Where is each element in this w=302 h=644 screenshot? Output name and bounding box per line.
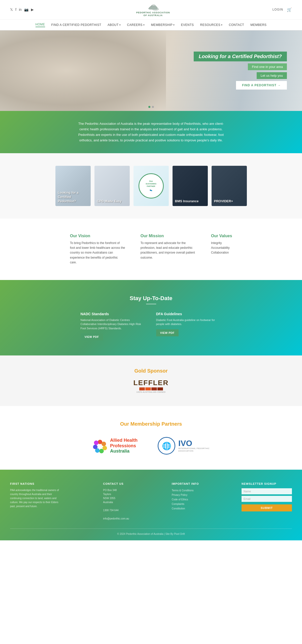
vision-title: Our Vision: [70, 234, 125, 238]
hero-subtitle-2: Let us help you: [257, 72, 287, 79]
card-cpd[interactable]: CPD Made Easy: [94, 166, 130, 206]
nav-item-events[interactable]: EVENTS: [181, 23, 194, 27]
dfa-title: DFA Guidelines: [156, 312, 222, 316]
nav-item-membership[interactable]: MEMBERSHIP▾: [151, 23, 175, 27]
vision-col: Our Vision To bring Pedorthics to the fo…: [70, 234, 125, 265]
important-title: IMPORTANT INFO: [172, 482, 199, 485]
partners-heading: Our Membership Partners: [10, 421, 292, 427]
constitution-link[interactable]: Constitution: [172, 506, 199, 511]
nav-item-members[interactable]: MEMBERS: [250, 23, 266, 27]
dfa-pdf-button[interactable]: VIEW PDF: [156, 329, 179, 336]
hero-content: Looking for a Certified Pedorthist? Find…: [194, 52, 302, 90]
privacy-link[interactable]: Privacy Policy: [172, 493, 199, 497]
instagram-icon[interactable]: 📷: [24, 8, 28, 12]
login-button[interactable]: LOGIN: [273, 8, 283, 11]
paa-circle-container: PAA SUSTAINING PARTNER 👟: [133, 166, 169, 206]
social-icons: 𝕏 f in 📷 ▶: [10, 8, 34, 12]
footer-top: FIRST NATIONS PAA acknowledges the tradi…: [10, 482, 292, 521]
card-provider[interactable]: PROVIDER+: [212, 166, 247, 206]
ivo-globe-icon: 🌐: [158, 437, 175, 455]
nadc-text: National Association of Diabetic Centres…: [81, 318, 146, 331]
ahpa-text: Allied Health Professions Australia: [110, 438, 138, 454]
card-paa-partner[interactable]: PAA SUSTAINING PARTNER 👟: [133, 166, 169, 206]
find-pedorthist-button[interactable]: FIND A PEDORTHIST →: [236, 81, 287, 90]
nadc-title: NADC Standards: [81, 312, 146, 316]
top-right: LOGIN 🛒: [273, 7, 292, 12]
card-find-pedorthist[interactable]: Looking for a Certified Pedorthist?: [55, 166, 91, 206]
top-bar: 𝕏 f in 📷 ▶ PEDORTHIC ASSOCIATION OF AUST…: [0, 0, 302, 20]
values-item-1: Integrity: [211, 241, 232, 246]
nadc-pdf-button[interactable]: VIEW PDF: [81, 333, 103, 340]
hero-section: Looking for a Certified Pedorthist? Find…: [0, 30, 302, 111]
hero-title: Looking for a Certified Pedorthist?: [194, 52, 287, 61]
paa-circle-label: PAA SUSTAINING PARTNER 👟: [146, 180, 156, 191]
newsletter-name-input[interactable]: [242, 488, 292, 494]
youtube-icon[interactable]: ▶: [31, 8, 34, 12]
ivo-logo: 🌐 IVO INTERNATIONAL PEDORTHICASSOCIATION: [158, 437, 210, 455]
svg-point-8: [98, 444, 102, 448]
values-item-2: Accountability: [211, 246, 232, 250]
nav-item-find[interactable]: FIND A CERTIFIED PEDORTHIST: [51, 23, 101, 27]
stay-heading: Stay Up-To-Date: [10, 295, 292, 302]
cards-section: Looking for a Certified Pedorthist? CPD …: [0, 153, 302, 219]
nav-item-resources[interactable]: RESOURCES▾: [200, 23, 223, 27]
hero-dot-1[interactable]: [148, 106, 150, 108]
values-col: Our Values Integrity Accountability Coll…: [211, 234, 232, 265]
facebook-icon[interactable]: f: [15, 8, 16, 12]
nav-item-about[interactable]: ABOUT▾: [108, 23, 121, 27]
svg-point-6: [93, 445, 97, 449]
ahpa-logo: Allied Health Professions Australia: [92, 438, 138, 454]
hero-subtitle-1: Find one in your area: [248, 63, 287, 70]
about-text: The Pedorthic Association of Australia i…: [76, 121, 227, 143]
newsletter-submit-button[interactable]: SUBMIT: [242, 504, 292, 511]
copyright-text: © 2024 Pedorthic Association of Australi…: [117, 533, 185, 535]
nav-item-home[interactable]: HOME: [36, 23, 45, 27]
hero-dot-2[interactable]: [152, 106, 154, 108]
contact-email[interactable]: info@pedorthic.com.au: [103, 516, 129, 521]
first-nations-title: FIRST NATIONS: [10, 482, 60, 485]
leffler-block-3: [151, 387, 157, 390]
card-label: CPD Made Easy: [94, 197, 124, 206]
ahpa-line1: Allied Health: [110, 438, 138, 443]
leffler-block-1: [139, 387, 145, 390]
main-nav: HOME FIND A CERTIFIED PEDORTHIST ABOUT▾ …: [0, 20, 302, 30]
cart-icon[interactable]: 🛒: [287, 7, 292, 12]
nav-item-contact[interactable]: CONTACT: [229, 23, 244, 27]
mission-text: To represent and advocate for the profes…: [141, 241, 196, 260]
hero-dots: [148, 106, 154, 108]
ivo-abbr: IVO: [178, 439, 210, 447]
logo[interactable]: PEDORTHIC ASSOCIATION OF AUSTRALIA: [136, 3, 170, 17]
complaints-link[interactable]: Complaints: [172, 502, 199, 506]
ahpa-line3: Australia: [110, 449, 138, 454]
partners-logos: Allied Health Professions Australia 🌐 IV…: [10, 437, 292, 455]
svg-point-7: [94, 440, 98, 445]
contact-title: CONTACT US: [103, 482, 129, 485]
terms-link[interactable]: Terms & Conditions: [172, 488, 199, 493]
card-label: BMS Insurance: [173, 197, 201, 206]
vision-mission-values-section: Our Vision To bring Pedorthics to the fo…: [0, 219, 302, 280]
footer-bottom: © 2024 Pedorthic Association of Australi…: [10, 529, 292, 535]
leffler-color-blocks: [133, 387, 169, 390]
stay-card-dfa: DFA Guidelines Diabetic Foot Australia g…: [156, 312, 222, 341]
nav-item-careers[interactable]: CAREERS▾: [127, 23, 145, 27]
dfa-text: Diabetic Foot Australia guideline on foo…: [156, 318, 222, 326]
mission-col: Our Mission To represent and advocate fo…: [141, 234, 196, 265]
stay-cards: NADC Standards National Association of D…: [10, 312, 292, 341]
logo-text: PEDORTHIC ASSOCIATION OF AUSTRALIA: [136, 11, 170, 17]
first-nations-text: PAA acknowledges the traditional owners …: [10, 488, 60, 508]
card-label: PROVIDER+: [212, 197, 236, 206]
footer-contact: CONTACT US PO Box 348 Taylors NSW 2055 A…: [103, 482, 129, 521]
values-title: Our Values: [211, 234, 232, 238]
svg-point-2: [102, 442, 106, 446]
footer-newsletter: NEWSLETTER SIGNUP SUBMIT: [242, 482, 292, 521]
linkedin-icon[interactable]: in: [19, 8, 22, 12]
card-label: Looking for a Certified Pedorthist?: [55, 188, 91, 206]
leffler-logo: LEFFLER 100% AUSTRALIAN OWNED: [133, 379, 169, 393]
vision-text: To bring Pedorthics to the forefront of …: [70, 241, 125, 265]
card-bms[interactable]: BMS Insurance: [173, 166, 208, 206]
leffler-sub: 100% AUSTRALIAN OWNED: [133, 391, 169, 393]
ahpa-flower-icon: [92, 438, 108, 453]
twitter-icon[interactable]: 𝕏: [10, 8, 13, 12]
newsletter-email-input[interactable]: [242, 496, 292, 502]
ethics-link[interactable]: Code of Ethics: [172, 497, 199, 502]
